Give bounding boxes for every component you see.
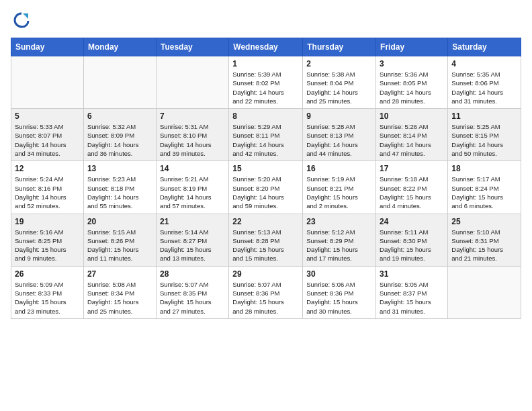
day-info: Sunrise: 5:19 AM Sunset: 8:21 PM Dayligh… bbox=[306, 175, 372, 210]
calendar-cell: 18Sunrise: 5:17 AM Sunset: 8:24 PM Dayli… bbox=[448, 161, 521, 214]
calendar-cell: 22Sunrise: 5:13 AM Sunset: 8:28 PM Dayli… bbox=[229, 214, 303, 266]
day-number: 1 bbox=[232, 59, 299, 68]
day-number: 8 bbox=[232, 111, 299, 121]
day-info: Sunrise: 5:06 AM Sunset: 8:36 PM Dayligh… bbox=[306, 280, 372, 316]
day-header-thursday: Thursday bbox=[303, 38, 376, 56]
day-info: Sunrise: 5:32 AM Sunset: 8:09 PM Dayligh… bbox=[87, 122, 152, 158]
day-info: Sunrise: 5:16 AM Sunset: 8:25 PM Dayligh… bbox=[15, 228, 80, 263]
day-info: Sunrise: 5:14 AM Sunset: 8:27 PM Dayligh… bbox=[160, 228, 225, 263]
day-number: 28 bbox=[160, 269, 225, 279]
day-info: Sunrise: 5:31 AM Sunset: 8:10 PM Dayligh… bbox=[160, 122, 225, 158]
day-number: 27 bbox=[87, 269, 152, 279]
day-number: 23 bbox=[306, 217, 372, 226]
day-info: Sunrise: 5:13 AM Sunset: 8:28 PM Dayligh… bbox=[232, 228, 299, 263]
day-info: Sunrise: 5:09 AM Sunset: 8:33 PM Dayligh… bbox=[15, 280, 80, 316]
day-number: 16 bbox=[306, 164, 372, 173]
day-info: Sunrise: 5:07 AM Sunset: 8:35 PM Dayligh… bbox=[160, 280, 225, 316]
calendar-week-row: 5Sunrise: 5:33 AM Sunset: 8:07 PM Daylig… bbox=[11, 109, 521, 161]
day-info: Sunrise: 5:11 AM Sunset: 8:30 PM Dayligh… bbox=[380, 228, 444, 263]
day-number: 12 bbox=[15, 164, 80, 173]
calendar-cell: 13Sunrise: 5:23 AM Sunset: 8:18 PM Dayli… bbox=[83, 161, 156, 214]
day-number: 4 bbox=[451, 59, 517, 68]
day-number: 6 bbox=[87, 111, 152, 121]
day-number: 10 bbox=[380, 111, 444, 121]
calendar-cell: 3Sunrise: 5:36 AM Sunset: 8:05 PM Daylig… bbox=[376, 56, 448, 109]
day-info: Sunrise: 5:24 AM Sunset: 8:16 PM Dayligh… bbox=[15, 175, 80, 210]
calendar-cell: 14Sunrise: 5:21 AM Sunset: 8:19 PM Dayli… bbox=[156, 161, 228, 214]
day-header-tuesday: Tuesday bbox=[156, 38, 228, 56]
day-info: Sunrise: 5:28 AM Sunset: 8:13 PM Dayligh… bbox=[306, 122, 372, 158]
day-number: 9 bbox=[306, 111, 372, 121]
day-header-sunday: Sunday bbox=[11, 38, 84, 56]
day-info: Sunrise: 5:39 AM Sunset: 8:02 PM Dayligh… bbox=[232, 70, 299, 105]
day-info: Sunrise: 5:36 AM Sunset: 8:05 PM Dayligh… bbox=[380, 70, 444, 105]
day-number: 19 bbox=[15, 217, 80, 226]
day-number: 25 bbox=[451, 217, 517, 226]
logo bbox=[11, 11, 31, 30]
day-number: 7 bbox=[160, 111, 225, 121]
calendar-cell: 28Sunrise: 5:07 AM Sunset: 8:35 PM Dayli… bbox=[156, 266, 228, 318]
day-number: 17 bbox=[380, 164, 444, 173]
day-number: 14 bbox=[160, 164, 225, 173]
calendar-cell: 6Sunrise: 5:32 AM Sunset: 8:09 PM Daylig… bbox=[83, 109, 156, 161]
calendar-cell bbox=[83, 56, 156, 109]
calendar-cell bbox=[11, 56, 84, 109]
day-info: Sunrise: 5:33 AM Sunset: 8:07 PM Dayligh… bbox=[15, 122, 80, 158]
day-info: Sunrise: 5:20 AM Sunset: 8:20 PM Dayligh… bbox=[232, 175, 299, 210]
calendar-cell: 19Sunrise: 5:16 AM Sunset: 8:25 PM Dayli… bbox=[11, 214, 84, 266]
day-header-friday: Friday bbox=[376, 38, 448, 56]
day-header-wednesday: Wednesday bbox=[229, 38, 303, 56]
calendar-cell: 29Sunrise: 5:07 AM Sunset: 8:36 PM Dayli… bbox=[229, 266, 303, 318]
day-info: Sunrise: 5:25 AM Sunset: 8:15 PM Dayligh… bbox=[451, 122, 517, 158]
day-number: 18 bbox=[451, 164, 517, 173]
calendar-cell: 11Sunrise: 5:25 AM Sunset: 8:15 PM Dayli… bbox=[448, 109, 521, 161]
calendar-cell: 27Sunrise: 5:08 AM Sunset: 8:34 PM Dayli… bbox=[83, 266, 156, 318]
calendar-cell bbox=[448, 266, 521, 318]
day-header-monday: Monday bbox=[83, 38, 156, 56]
calendar-cell: 4Sunrise: 5:35 AM Sunset: 8:06 PM Daylig… bbox=[448, 56, 521, 109]
day-info: Sunrise: 5:26 AM Sunset: 8:14 PM Dayligh… bbox=[380, 122, 444, 158]
day-number: 29 bbox=[232, 269, 299, 279]
day-number: 3 bbox=[380, 59, 444, 68]
calendar-cell: 10Sunrise: 5:26 AM Sunset: 8:14 PM Dayli… bbox=[376, 109, 448, 161]
day-info: Sunrise: 5:08 AM Sunset: 8:34 PM Dayligh… bbox=[87, 280, 152, 316]
calendar-cell: 1Sunrise: 5:39 AM Sunset: 8:02 PM Daylig… bbox=[229, 56, 303, 109]
calendar-cell: 7Sunrise: 5:31 AM Sunset: 8:10 PM Daylig… bbox=[156, 109, 228, 161]
day-number: 30 bbox=[306, 269, 372, 279]
day-number: 24 bbox=[380, 217, 444, 226]
calendar-cell: 15Sunrise: 5:20 AM Sunset: 8:20 PM Dayli… bbox=[229, 161, 303, 214]
calendar-week-row: 12Sunrise: 5:24 AM Sunset: 8:16 PM Dayli… bbox=[11, 161, 521, 214]
calendar-cell: 12Sunrise: 5:24 AM Sunset: 8:16 PM Dayli… bbox=[11, 161, 84, 214]
calendar-table: SundayMondayTuesdayWednesdayThursdayFrid… bbox=[11, 38, 521, 319]
calendar-cell: 5Sunrise: 5:33 AM Sunset: 8:07 PM Daylig… bbox=[11, 109, 84, 161]
day-info: Sunrise: 5:35 AM Sunset: 8:06 PM Dayligh… bbox=[451, 70, 517, 105]
day-number: 11 bbox=[451, 111, 517, 121]
calendar-cell: 26Sunrise: 5:09 AM Sunset: 8:33 PM Dayli… bbox=[11, 266, 84, 318]
day-info: Sunrise: 5:29 AM Sunset: 8:11 PM Dayligh… bbox=[232, 122, 299, 158]
calendar-cell: 31Sunrise: 5:05 AM Sunset: 8:37 PM Dayli… bbox=[376, 266, 448, 318]
calendar-cell: 9Sunrise: 5:28 AM Sunset: 8:13 PM Daylig… bbox=[303, 109, 376, 161]
calendar-cell: 21Sunrise: 5:14 AM Sunset: 8:27 PM Dayli… bbox=[156, 214, 228, 266]
day-info: Sunrise: 5:10 AM Sunset: 8:31 PM Dayligh… bbox=[451, 228, 517, 263]
calendar-header-row: SundayMondayTuesdayWednesdayThursdayFrid… bbox=[11, 38, 521, 56]
calendar-cell: 20Sunrise: 5:15 AM Sunset: 8:26 PM Dayli… bbox=[83, 214, 156, 266]
logo-icon bbox=[12, 11, 31, 30]
day-number: 26 bbox=[15, 269, 80, 279]
day-info: Sunrise: 5:05 AM Sunset: 8:37 PM Dayligh… bbox=[380, 280, 444, 316]
calendar-cell: 17Sunrise: 5:18 AM Sunset: 8:22 PM Dayli… bbox=[376, 161, 448, 214]
day-number: 22 bbox=[232, 217, 299, 226]
calendar-week-row: 26Sunrise: 5:09 AM Sunset: 8:33 PM Dayli… bbox=[11, 266, 521, 318]
calendar-cell: 30Sunrise: 5:06 AM Sunset: 8:36 PM Dayli… bbox=[303, 266, 376, 318]
day-number: 13 bbox=[87, 164, 152, 173]
day-info: Sunrise: 5:07 AM Sunset: 8:36 PM Dayligh… bbox=[232, 280, 299, 316]
day-info: Sunrise: 5:15 AM Sunset: 8:26 PM Dayligh… bbox=[87, 228, 152, 263]
day-header-saturday: Saturday bbox=[448, 38, 521, 56]
calendar-cell: 16Sunrise: 5:19 AM Sunset: 8:21 PM Dayli… bbox=[303, 161, 376, 214]
day-info: Sunrise: 5:18 AM Sunset: 8:22 PM Dayligh… bbox=[380, 175, 444, 210]
day-number: 21 bbox=[160, 217, 225, 226]
day-number: 5 bbox=[15, 111, 80, 121]
page-header bbox=[11, 11, 521, 30]
calendar-cell bbox=[156, 56, 228, 109]
day-number: 2 bbox=[306, 59, 372, 68]
calendar-cell: 24Sunrise: 5:11 AM Sunset: 8:30 PM Dayli… bbox=[376, 214, 448, 266]
